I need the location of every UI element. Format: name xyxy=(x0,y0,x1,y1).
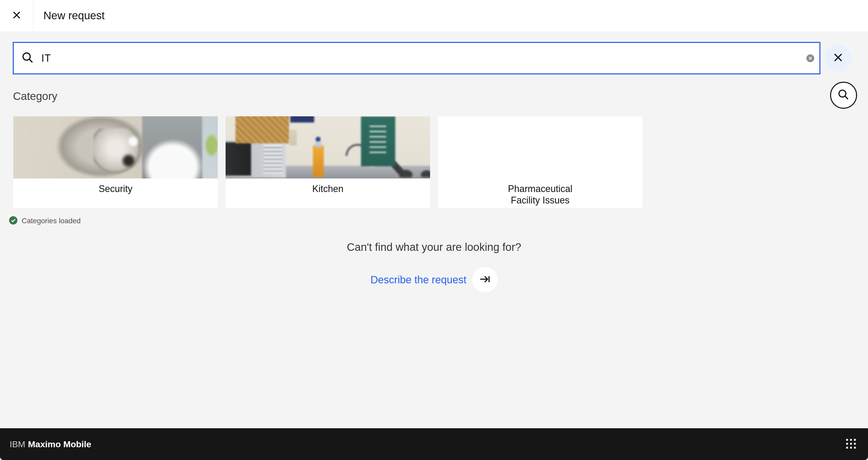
new-request-screen: New request Category Security Kitchen xyxy=(0,0,868,460)
category-card-label: Pharmaceutical Facility Issues xyxy=(494,183,587,206)
arrow-right-to-bar-icon xyxy=(479,273,491,286)
dismiss-search-button[interactable] xyxy=(825,45,851,71)
brand-prefix: IBM xyxy=(10,439,25,449)
cta-row: Describe the request xyxy=(0,267,868,292)
app-grid-icon xyxy=(846,439,856,450)
clear-search-icon[interactable] xyxy=(806,54,814,62)
footer-bar: IBMMaximo Mobile xyxy=(0,428,868,460)
empty-state-prompt: Can't find what your are looking for? xyxy=(0,241,868,253)
search-fab-button[interactable] xyxy=(830,82,857,109)
describe-request-link[interactable]: Describe the request xyxy=(370,274,466,286)
security-photo xyxy=(13,116,218,178)
brand: IBMMaximo Mobile xyxy=(10,439,91,449)
status-text: Categories loaded xyxy=(22,217,81,225)
search-icon xyxy=(21,51,35,65)
app-switcher-button[interactable] xyxy=(845,438,857,450)
kitchen-photo xyxy=(225,116,430,178)
search-field xyxy=(13,42,820,75)
status-row: Categories loaded xyxy=(9,216,81,226)
category-card-pharmaceutical[interactable]: Pharmaceutical Facility Issues xyxy=(438,116,643,208)
brand-name: Maximo Mobile xyxy=(28,439,91,449)
page-title: New request xyxy=(33,0,105,31)
blank-photo xyxy=(438,116,643,178)
close-icon xyxy=(12,11,21,21)
search-icon xyxy=(837,88,850,102)
category-card-label: Security xyxy=(69,183,162,195)
close-button[interactable] xyxy=(0,0,33,31)
category-card-list: Security Kitchen Pharmaceutical Facility… xyxy=(13,116,643,208)
describe-request-button[interactable] xyxy=(472,267,498,292)
category-section-label: Category xyxy=(13,90,57,103)
category-card-label: Kitchen xyxy=(281,183,375,195)
search-input[interactable] xyxy=(41,52,819,64)
category-card-security[interactable]: Security xyxy=(13,116,218,208)
header: New request xyxy=(0,0,868,31)
check-circle-icon xyxy=(9,216,18,226)
close-icon xyxy=(833,53,843,63)
category-card-kitchen[interactable]: Kitchen xyxy=(225,116,430,208)
